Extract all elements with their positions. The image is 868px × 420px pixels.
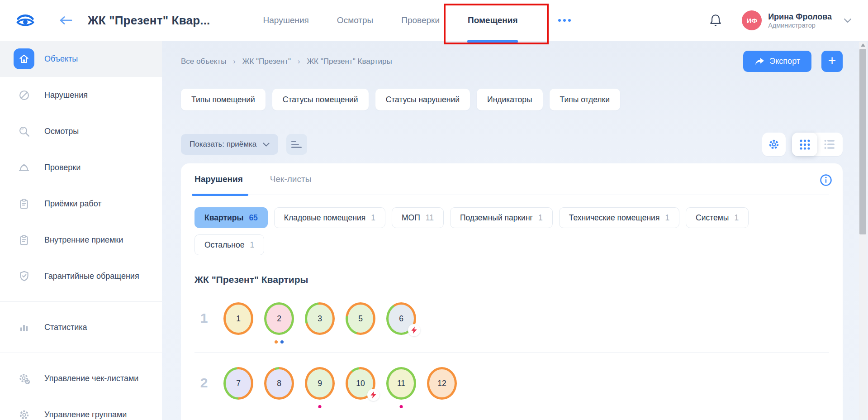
category-chip-Системы[interactable]: Системы1: [686, 207, 749, 228]
category-row: Квартиры65Кладовые помещения1МОП11Подзем…: [194, 207, 829, 228]
category-chip-Квартиры[interactable]: Квартиры65: [194, 207, 268, 228]
unit-circle-2[interactable]: 2: [264, 302, 294, 335]
floor-row-1: 112356: [194, 288, 829, 353]
nav-tab-label: Проверки: [401, 15, 440, 25]
unit-status-ring: 9: [305, 367, 335, 400]
breadcrumb-item[interactable]: Все объекты: [181, 57, 226, 66]
app-logo-eye-icon[interactable]: [14, 13, 37, 28]
sidebar-item-label: Объекты: [44, 54, 78, 64]
category-count: 1: [538, 213, 543, 223]
category-count: 11: [426, 213, 434, 223]
nav-tab-Осмотры[interactable]: Осмотры: [323, 0, 387, 41]
breadcrumb-separator: ›: [233, 57, 235, 66]
info-button[interactable]: [819, 173, 833, 187]
hardhat-icon: [14, 157, 34, 178]
breadcrumb-item[interactable]: ЖК "Презент": [242, 57, 291, 66]
nav-tab-Помещения[interactable]: Помещения: [454, 0, 531, 41]
add-button[interactable]: +: [821, 51, 843, 72]
breadcrumb-item[interactable]: ЖК "Презент" Квартиры: [307, 57, 392, 66]
sidebar-item-Проверки[interactable]: Проверки: [0, 149, 162, 186]
sidebar-item-Осмотры[interactable]: Осмотры: [0, 113, 162, 149]
chevron-down-icon: [844, 18, 852, 23]
unit-number: 11: [389, 369, 414, 397]
category-label: Системы: [696, 213, 729, 223]
lightning-badge: [408, 324, 420, 336]
nav-tab-Проверки[interactable]: Проверки: [387, 0, 454, 41]
category-chip-Остальное[interactable]: Остальное1: [194, 234, 264, 255]
user-menu[interactable]: ИФ Ирина Фролова Администратор: [742, 10, 852, 30]
plus-icon: +: [828, 54, 836, 67]
floors-list: 11235627891011123131415161718: [194, 288, 829, 420]
vertical-scrollbar[interactable]: [859, 42, 867, 420]
info-icon: [819, 173, 833, 187]
section-title: ЖК "Презент" Квартиры: [194, 274, 829, 285]
units-row: 789101112: [223, 367, 457, 400]
app-header: ЖК "Презент" Квар... НарушенияОсмотрыПро…: [0, 0, 868, 41]
sidebar-item-label: Гарантийные обращения: [44, 272, 139, 281]
nav-tab-Нарушения[interactable]: Нарушения: [249, 0, 323, 41]
gear-icon: [14, 404, 34, 420]
unit-circle-9[interactable]: 9: [305, 367, 335, 400]
filter-chip-Индикаторы[interactable]: Индикаторы: [477, 89, 542, 110]
filter-chip-Типы помещений[interactable]: Типы помещений: [181, 89, 266, 110]
sidebar-item-Нарушения[interactable]: Нарушения: [0, 77, 162, 113]
sidebar-item-Приёмки работ[interactable]: Приёмки работ: [0, 186, 162, 222]
unit-status-ring: 2: [264, 302, 294, 335]
floor-row-2: 2789101112: [194, 353, 829, 417]
category-chip-Кладовые помещения[interactable]: Кладовые помещения1: [274, 207, 385, 228]
category-chip-Подземный паркинг[interactable]: Подземный паркинг1: [450, 207, 553, 228]
show-filter-dropdown[interactable]: Показать: приёмка: [181, 134, 278, 155]
sidebar-item-Объекты[interactable]: Объекты: [0, 41, 162, 77]
category-count: 1: [250, 240, 254, 250]
view-settings-button[interactable]: [762, 133, 786, 156]
clipboard-icon: [14, 229, 34, 250]
lightning-badge: [367, 389, 379, 401]
unit-circle-1[interactable]: 1: [223, 302, 253, 335]
category-count: 1: [371, 213, 375, 223]
sort-button[interactable]: [286, 134, 307, 155]
unit-circle-12[interactable]: 12: [427, 367, 457, 400]
notifications-bell-icon[interactable]: [709, 14, 722, 27]
sidebar-item-Управление группами[interactable]: Управление группами: [0, 396, 162, 420]
sidebar-item-Внутренние приемки[interactable]: Внутренние приемки: [0, 222, 162, 258]
unit-circle-8[interactable]: 8: [264, 367, 294, 400]
card-tab-Нарушения[interactable]: Нарушения: [194, 163, 243, 195]
nav-tab-label: Осмотры: [337, 15, 373, 25]
export-button[interactable]: Экспорт: [743, 51, 811, 72]
share-arrow-icon: [754, 57, 764, 66]
clipboard-icon: [14, 193, 34, 214]
unit-circle-5[interactable]: 5: [346, 302, 375, 335]
back-button[interactable]: [59, 15, 72, 25]
grid-view-button[interactable]: [792, 133, 817, 156]
unit-circle-10[interactable]: 10: [346, 367, 375, 400]
card-tabs: НарушенияЧек-листы: [194, 163, 829, 195]
category-label: Технические помещения: [569, 213, 660, 223]
sidebar-item-Гарантийные обращения[interactable]: Гарантийные обращения: [0, 258, 162, 294]
gear-icon: [768, 138, 780, 151]
sidebar-item-label: Приёмки работ: [44, 199, 102, 209]
category-label: Остальное: [204, 240, 244, 250]
user-name: Ирина Фролова: [768, 12, 832, 22]
block-icon: [14, 85, 34, 105]
unit-number: 9: [307, 369, 332, 397]
unit-circle-6[interactable]: 6: [386, 302, 416, 335]
unit-circle-3[interactable]: 3: [305, 302, 335, 335]
sidebar-item-Статистика[interactable]: Статистика: [0, 309, 162, 345]
filter-chip-Статусы помещений[interactable]: Статусы помещений: [272, 89, 369, 110]
category-chip-МОП[interactable]: МОП11: [392, 207, 444, 228]
gear-check-icon: [14, 368, 34, 389]
sidebar-item-Управление чек-листами[interactable]: Управление чек-листами: [0, 360, 162, 396]
more-tabs-button[interactable]: [558, 19, 571, 22]
unit-circle-11[interactable]: 11: [386, 367, 416, 400]
category-label: Кладовые помещения: [284, 213, 365, 223]
card-tab-Чек-листы[interactable]: Чек-листы: [270, 163, 311, 195]
list-view-button[interactable]: [817, 133, 843, 156]
avatar: ИФ: [742, 10, 762, 30]
unit-circle-7[interactable]: 7: [223, 367, 253, 400]
filter-chip-Типы отделки[interactable]: Типы отделки: [550, 89, 620, 110]
view-mode-toggle: [792, 133, 843, 156]
filter-chip-Статусы нарушений[interactable]: Статусы нарушений: [375, 89, 470, 110]
scrollbar-thumb[interactable]: [859, 49, 866, 234]
scrollbar-up-arrow[interactable]: [861, 43, 865, 47]
category-chip-Технические помещения[interactable]: Технические помещения1: [559, 207, 679, 228]
